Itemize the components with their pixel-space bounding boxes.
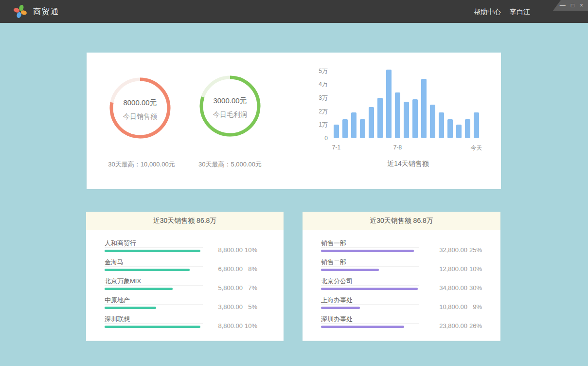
list-item-underline [321, 323, 419, 324]
list-item-percent: 26% [467, 322, 482, 329]
daily-sales-bar [412, 99, 418, 138]
list-item-label: 北京万象MIX [105, 277, 141, 285]
window-controls: — □ × [553, 0, 588, 11]
list-item-label: 中原地产 [105, 296, 130, 304]
list-item-underline [105, 266, 203, 267]
list-item-label: 金海马 [105, 258, 124, 266]
list-item-underline [321, 247, 419, 248]
list-item-underline [105, 285, 203, 286]
customers-card-header: 近30天销售额 86.8万 [86, 212, 284, 230]
departments-sales-card: 近30天销售额 86.8万 销售一部32,800.0025%销售二部12,800… [303, 212, 500, 341]
daily-sales-bar [369, 107, 374, 138]
list-item-values: 6,800.008% [204, 265, 257, 273]
list-item-percent: 10% [243, 246, 257, 254]
list-item-percent: 8% [243, 265, 257, 273]
list-item-amount: 6,800.00 [204, 265, 243, 273]
list-item-label: 人和商贸行 [105, 239, 136, 247]
list-item-values: 8,800.0010% [204, 322, 257, 329]
y-axis-tick: 4万 [308, 81, 328, 87]
list-item-amount: 23,800.00 [428, 322, 467, 329]
list-item-values: 34,800.0030% [428, 284, 482, 292]
daily-sales-bar [474, 112, 479, 138]
daily-sales-bar [430, 105, 435, 138]
today-summary-card: 8000.00元 今日销售额 3000.00元 今日毛利润 30天最高：10,0… [87, 53, 501, 189]
sales-30d-max-caption: 30天最高：10,000.00元 [93, 160, 190, 169]
list-item-percent: 10% [243, 322, 257, 329]
list-item-percent: 10% [467, 265, 482, 273]
list-item: 人和商贸行8,800.0010% [105, 238, 284, 257]
list-item: 销售二部12,800.0010% [321, 257, 500, 276]
bar-series [334, 67, 482, 138]
list-item-bar [321, 269, 379, 271]
y-axis-tick: 3万 [308, 95, 328, 101]
profit-30d-max-caption: 30天最高：5,000.00元 [181, 160, 279, 169]
list-item-underline [321, 304, 419, 305]
list-item-bar [321, 307, 360, 309]
today-profit-value: 3000.00元 [198, 96, 262, 106]
list-item-values: 32,800.0025% [428, 246, 482, 254]
list-item: 深圳联想8,800.0010% [105, 314, 284, 333]
daily-sales-bar [421, 79, 427, 138]
x-axis-label: 7-1 [332, 144, 340, 151]
list-item-bar [321, 326, 404, 328]
list-item-underline [321, 266, 419, 267]
donut-ring-icon [198, 74, 262, 138]
daily-sales-bar [404, 102, 409, 138]
daily-sales-bar [465, 119, 470, 138]
app-title: 商贸通 [33, 7, 59, 17]
daily-sales-bar [334, 125, 339, 138]
list-item-percent: 5% [243, 303, 257, 311]
list-item: 中原地产3,800.005% [105, 295, 284, 314]
list-item-bar [105, 307, 156, 309]
list-item-percent: 25% [467, 246, 482, 254]
departments-card-header: 近30天销售额 86.8万 [303, 212, 500, 230]
list-item-percent: 7% [243, 284, 257, 292]
list-item-label: 上海办事处 [321, 296, 353, 304]
list-item-percent: 30% [467, 284, 482, 292]
x-axis-label: 今天 [471, 144, 482, 152]
close-button[interactable]: × [580, 2, 583, 8]
list-item-bar [321, 250, 414, 252]
daily-sales-bar [439, 112, 444, 138]
today-sales-label: 今日销售额 [108, 112, 172, 121]
today-sales-value: 8000.00元 [108, 98, 172, 108]
list-item: 金海马6,800.008% [105, 257, 284, 276]
list-item: 北京万象MIX5,800.007% [105, 276, 284, 295]
y-axis-tick: 2万 [308, 109, 328, 114]
daily-sales-bar [386, 70, 392, 138]
sales-14d-bar-chart: 01万2万3万4万5万7-17-8今天 [334, 67, 482, 138]
list-item: 上海办事处10,800.009% [321, 295, 500, 314]
y-axis-tick: 5万 [308, 68, 328, 74]
list-item-amount: 10,800.00 [428, 303, 467, 311]
list-item-values: 3,800.005% [204, 303, 257, 311]
bar-chart-caption: 近14天销售额 [334, 160, 482, 168]
list-item-bar [321, 288, 418, 290]
daily-sales-bar [447, 119, 453, 138]
list-item: 销售一部32,800.0025% [321, 238, 500, 257]
list-item-label: 深圳办事处 [321, 315, 353, 323]
list-item-amount: 3,800.00 [204, 303, 243, 311]
list-item-label: 销售一部 [321, 239, 346, 247]
list-item-bar [105, 326, 200, 328]
list-item-bar [105, 288, 173, 290]
list-item-amount: 8,800.00 [204, 246, 243, 254]
help-center-link[interactable]: 帮助中心 [474, 8, 501, 17]
list-item-bar [105, 250, 200, 252]
list-item-underline [105, 304, 203, 305]
x-axis-label: 7-8 [393, 144, 402, 151]
list-item-values: 10,800.009% [428, 303, 482, 311]
list-item-values: 8,800.0010% [204, 246, 257, 254]
customers-list: 人和商贸行8,800.0010%金海马6,800.008%北京万象MIX5,80… [86, 230, 284, 333]
minimize-button[interactable]: — [560, 2, 566, 8]
today-profit-donut: 3000.00元 今日毛利润 [198, 74, 262, 138]
departments-list: 销售一部32,800.0025%销售二部12,800.0010%北京分公司34,… [303, 230, 500, 333]
list-item-label: 深圳联想 [105, 315, 130, 323]
daily-sales-bar [342, 119, 348, 138]
list-item-values: 12,800.0010% [428, 265, 482, 273]
list-item-percent: 9% [467, 303, 482, 311]
maximize-button[interactable]: □ [571, 2, 574, 8]
user-menu[interactable]: 李白江 [510, 8, 530, 17]
y-axis-tick: 0 [308, 135, 328, 141]
donut-ring-icon [108, 76, 172, 140]
list-item-label: 销售二部 [321, 258, 346, 266]
